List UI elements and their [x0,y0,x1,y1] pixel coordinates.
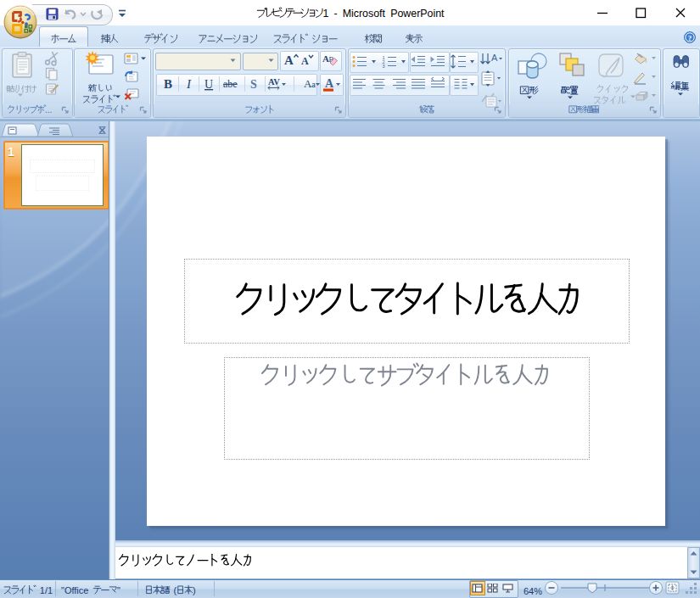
svg-text:B: B [164,77,172,91]
svg-text:A: A [284,53,294,67]
svg-text:3: 3 [383,64,385,69]
svg-text:A: A [301,55,309,67]
svg-text:a: a [311,79,316,89]
svg-text:I: I [186,77,192,91]
svg-text:): ) [193,585,196,595]
svg-text:1: 1 [323,8,329,20]
svg-text:64%: 64% [524,586,542,596]
svg-text:1/1: 1/1 [40,585,53,595]
svg-text:A: A [325,77,334,90]
svg-text:": " [117,585,120,595]
svg-text:A: A [491,53,498,63]
svg-text:?: ? [688,34,692,42]
svg-text:Microsoft: Microsoft [343,8,386,20]
svg-text:"Office: "Office [61,585,88,595]
svg-text:PowerPoint: PowerPoint [390,8,445,20]
svg-text:-: - [334,8,338,20]
svg-text:(: ( [174,585,177,595]
svg-text:S: S [250,78,257,91]
svg-text:abe: abe [223,78,238,90]
svg-text:U: U [204,78,213,91]
svg-text:AV: AV [268,77,280,87]
svg-text:...: ... [45,105,52,115]
